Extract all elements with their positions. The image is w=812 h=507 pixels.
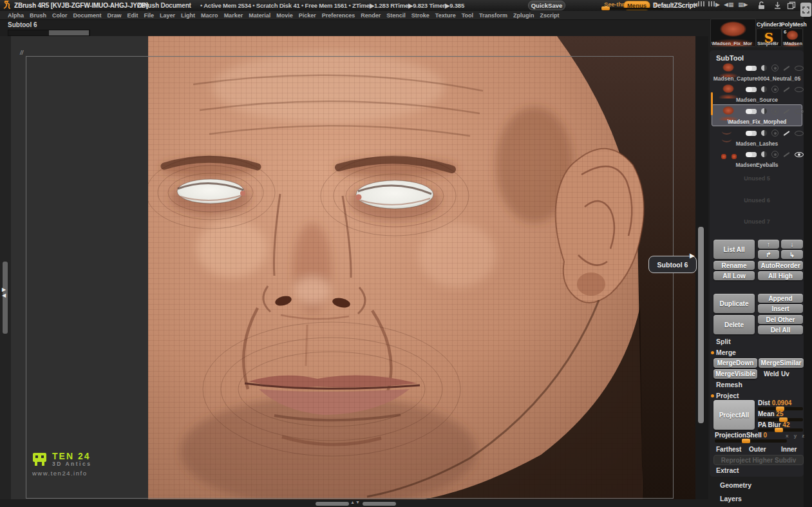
paint-toggle-icon[interactable]: [783, 152, 789, 157]
all-high-button[interactable]: All High: [758, 271, 803, 280]
append-button[interactable]: Append: [758, 294, 803, 303]
subtool-unused-slot[interactable]: Unused 5: [712, 175, 802, 182]
tool-polymesh-label[interactable]: PolyMesh: [781, 21, 807, 28]
tool-cylinder3-label[interactable]: Cylinder3: [757, 21, 782, 28]
menu-stencil[interactable]: Stencil: [386, 12, 406, 19]
section-layers[interactable]: Layers: [720, 495, 742, 502]
material-toggle-icon[interactable]: [771, 151, 779, 158]
duplicate-button[interactable]: Duplicate: [713, 294, 755, 313]
autoreorder-button[interactable]: AutoReorder: [758, 261, 803, 270]
move-down-button[interactable]: ↓: [781, 240, 803, 249]
material-toggle-icon[interactable]: [771, 108, 779, 115]
insert-button[interactable]: Insert: [758, 304, 803, 313]
menu-alpha[interactable]: Alpha: [8, 12, 24, 19]
polypaint-toggle-icon[interactable]: [746, 152, 757, 157]
menu-zplugin[interactable]: Zplugin: [513, 12, 534, 19]
move-bottom-button[interactable]: ↳: [781, 250, 803, 259]
hscroll-arrows-icon[interactable]: ▲▼: [350, 500, 361, 504]
visibility-eye-icon[interactable]: [795, 109, 804, 114]
model-head[interactable]: [148, 36, 695, 499]
subtool-unused-slot[interactable]: Unused 7: [712, 218, 802, 225]
section-remesh[interactable]: Remesh: [716, 381, 742, 388]
material-toggle-icon[interactable]: [771, 129, 779, 137]
visibility-eye-icon[interactable]: [795, 152, 804, 157]
polypaint-toggle-icon[interactable]: [746, 87, 757, 92]
weld-toggle[interactable]: Weld: [764, 370, 779, 378]
subtool-item-3[interactable]: Madsen_Lashes: [712, 127, 802, 148]
paint-toggle-icon[interactable]: [783, 109, 789, 114]
uv-map-toggle-icon[interactable]: [761, 65, 767, 71]
subtool-unused-slot[interactable]: Unused 6: [712, 197, 802, 204]
subtool-preview-strip[interactable]: [8, 30, 90, 36]
current-brush-thumbnail[interactable]: S SimpleBr: [756, 28, 782, 47]
polypaint-toggle-icon[interactable]: [746, 131, 757, 136]
section-extract[interactable]: Extract: [716, 466, 739, 474]
subtool-item-1[interactable]: Madsen_Source: [712, 83, 802, 104]
visibility-eye-icon[interactable]: [795, 131, 804, 136]
menu-brush[interactable]: Brush: [30, 12, 46, 19]
axis-xyz-toggles[interactable]: x y z: [786, 433, 806, 439]
menu-tool[interactable]: Tool: [462, 12, 473, 19]
uv-map-toggle-icon[interactable]: [761, 108, 767, 114]
mergevisible-button[interactable]: MergeVisible: [713, 369, 757, 379]
move-up-button[interactable]: ↑: [758, 240, 779, 249]
visibility-eye-icon[interactable]: [795, 66, 804, 71]
uv-toggle[interactable]: Uv: [781, 370, 789, 378]
projectionshell-slider[interactable]: [715, 439, 787, 443]
menu-render[interactable]: Render: [361, 12, 381, 19]
subtool-panel-header[interactable]: SubTool: [716, 54, 744, 62]
farthest-toggle[interactable]: Farthest: [716, 446, 741, 453]
next-document-icon[interactable]: ▦▶: [738, 1, 748, 8]
section-geometry[interactable]: Geometry: [720, 481, 751, 489]
prev-document-icon[interactable]: ◀▦: [724, 1, 733, 8]
lock-icon[interactable]: [757, 1, 766, 10]
tray-divider-handle-icon[interactable]: ▶◀: [2, 287, 6, 298]
store-document-icon[interactable]: [773, 1, 782, 10]
expand-tray-icon[interactable]: [800, 3, 811, 17]
divider-arrow-icon[interactable]: ▶: [690, 252, 695, 259]
menu-preferences[interactable]: Preferences: [322, 12, 355, 19]
section-merge[interactable]: Merge: [716, 349, 736, 356]
current-tool-thumbnail[interactable]: \Madsen_Fix_Mor: [710, 19, 756, 47]
menu-marker[interactable]: Marker: [224, 12, 243, 19]
section-split[interactable]: Split: [716, 338, 731, 345]
hscroll-right-segment[interactable]: [363, 502, 396, 506]
subtool-item-4[interactable]: MadsenEyeballs: [712, 148, 802, 169]
menu-texture[interactable]: Texture: [435, 12, 456, 19]
polypaint-toggle-icon[interactable]: [746, 66, 757, 71]
delete-button[interactable]: Delete: [713, 315, 755, 334]
paint-toggle-icon[interactable]: [783, 66, 789, 71]
list-all-button[interactable]: List All: [713, 240, 755, 259]
sculpt-viewport[interactable]: TEN 24 3D Antics www.ten24.info: [11, 36, 695, 499]
paint-toggle-icon[interactable]: [783, 131, 789, 136]
del-other-button[interactable]: Del Other: [758, 315, 803, 324]
outer-toggle[interactable]: Outer: [749, 446, 766, 453]
menu-layer[interactable]: Layer: [160, 12, 175, 19]
paint-toggle-icon[interactable]: [783, 87, 789, 92]
menu-macro[interactable]: Macro: [201, 12, 218, 19]
canvas-vertical-scrollbar[interactable]: [698, 227, 704, 423]
all-low-button[interactable]: All Low: [713, 271, 755, 280]
mergesimilar-button[interactable]: MergeSimilar: [759, 358, 804, 368]
subtool-item-2-selected[interactable]: \Madsen_Fix_Morphed: [712, 104, 802, 126]
canvas-resize-grip[interactable]: //: [20, 50, 23, 56]
menu-movie[interactable]: Movie: [276, 12, 293, 19]
duplicate-window-icon[interactable]: [787, 1, 796, 10]
menu-zscript[interactable]: Zscript: [540, 12, 560, 19]
menu-edit[interactable]: Edit: [127, 12, 138, 19]
menu-transform[interactable]: Transform: [479, 12, 507, 19]
rename-button[interactable]: Rename: [713, 261, 755, 270]
scrub-left-icon[interactable]: ◀: [693, 1, 704, 8]
menu-document[interactable]: Document: [73, 12, 102, 19]
quicksave-button[interactable]: QuickSave: [528, 1, 565, 10]
menu-material[interactable]: Material: [249, 12, 270, 19]
uv-map-toggle-icon[interactable]: [761, 151, 767, 157]
move-top-button[interactable]: ↱: [758, 250, 779, 259]
menu-picker[interactable]: Picker: [299, 12, 316, 19]
menu-color[interactable]: Color: [52, 12, 68, 19]
hscroll-left-segment[interactable]: [316, 502, 349, 506]
del-all-button[interactable]: Del All: [758, 325, 803, 334]
projectall-button[interactable]: ProjectAll: [713, 400, 755, 430]
menu-light[interactable]: Light: [181, 12, 195, 19]
inner-toggle[interactable]: Inner: [781, 446, 797, 453]
